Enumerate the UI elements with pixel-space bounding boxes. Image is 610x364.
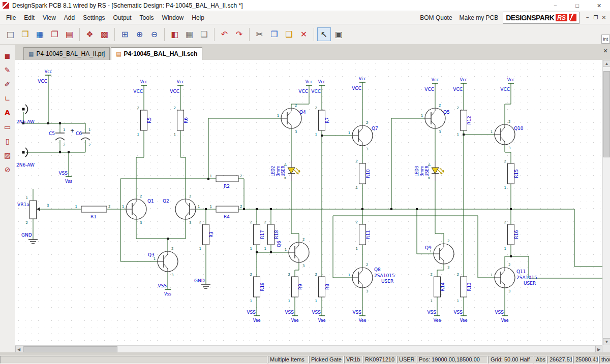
save-button[interactable]: ▦ <box>33 27 47 41</box>
schematic-canvas[interactable]: VccVCCVccVCCVccVCCVccVCCVccVCCVccVCCVccV… <box>15 60 602 345</box>
fill-button[interactable]: ◧ <box>168 27 181 41</box>
power-symbol-vcc[interactable]: VccVCC <box>133 80 147 94</box>
resistor-R10[interactable]: R1021 <box>356 159 371 190</box>
make-my-pcb-link[interactable]: Make my PCB <box>456 14 502 21</box>
power-symbol-vcc[interactable]: VccVCC <box>298 80 313 94</box>
doc-shape-tool[interactable]: ▯ <box>2 135 14 147</box>
add-symbol-button[interactable]: ▩ <box>98 27 111 41</box>
resistor-R2[interactable]: R212 <box>210 174 242 189</box>
horizontal-scroll-thumb[interactable] <box>23 346 117 352</box>
connector-jack[interactable]: 2N6-AW <box>16 148 35 168</box>
maximize-button[interactable]: □ <box>566 0 588 11</box>
mdi-restore-button[interactable]: ❐ <box>592 15 600 20</box>
power-symbol-vcc[interactable]: VccVCC <box>38 70 52 84</box>
library-button[interactable]: ▤ <box>63 27 76 41</box>
redo-button[interactable]: ↷ <box>232 27 246 41</box>
scroll-right-icon[interactable]: ▶ <box>595 346 602 353</box>
power-symbol-vss[interactable]: VSSVee <box>352 309 366 323</box>
power-symbol-vcc[interactable]: VccVCC <box>500 78 514 92</box>
zoom-in-button[interactable]: ⊕ <box>133 27 146 41</box>
power-symbol-vss[interactable]: VSSVee <box>247 309 260 323</box>
menu-tools[interactable]: Tools <box>136 14 158 21</box>
power-symbol-vcc[interactable]: VccVCC <box>453 78 467 92</box>
power-symbol-vcc[interactable]: VccVCC <box>311 80 325 94</box>
ground-symbol[interactable]: GND <box>21 233 38 244</box>
transistor-Q8[interactable]: 123 <box>348 263 373 293</box>
scroll-up-icon[interactable]: ▲ <box>603 60 610 67</box>
resistor-R11[interactable]: R1121 <box>356 220 371 251</box>
resistor-R15[interactable]: R1521 <box>504 159 519 190</box>
resistor-R9[interactable]: R921 <box>288 273 303 303</box>
scroll-left-icon[interactable]: ◀ <box>15 346 22 353</box>
scroll-down-icon[interactable]: ▼ <box>603 338 610 345</box>
resistor-R8[interactable]: R821 <box>315 273 330 303</box>
ground-symbol[interactable]: GND <box>194 278 210 288</box>
menu-help[interactable]: Help <box>188 14 208 21</box>
no-connect-tool[interactable]: ⊘ <box>2 163 14 176</box>
schematic-drawing[interactable]: VccVCCVccVCCVccVCCVccVCCVccVCCVccVCCVccV… <box>15 60 602 345</box>
power-symbol-vcc[interactable]: VccVCC <box>170 80 184 94</box>
menu-view[interactable]: View <box>39 14 60 21</box>
power-symbol-vss[interactable]: VSSVee <box>453 309 467 323</box>
open-button[interactable]: ❒ <box>18 27 32 41</box>
power-symbol-vss[interactable]: VSSVee <box>427 309 441 323</box>
transistor-Q9[interactable]: Q9123 <box>425 239 454 270</box>
resistor-R3[interactable]: R321 <box>199 220 214 251</box>
connector-jack[interactable]: 2N6-AW <box>16 105 35 124</box>
screenshot-button[interactable]: ❏ <box>197 27 211 41</box>
mdi-close-button[interactable]: ✕ <box>600 15 608 20</box>
interaction-bar-partial[interactable]: Int <box>601 35 610 44</box>
transistor-Q3[interactable]: Q3123 <box>148 247 178 277</box>
power-symbol-vcc[interactable]: VccVCC <box>424 78 439 92</box>
power-symbol-vss[interactable]: VSSVee <box>312 309 325 323</box>
bom-quote-link[interactable]: BOM Quote <box>416 14 455 21</box>
tab-close-icon[interactable]: ✕ <box>602 48 608 54</box>
resistor-R17[interactable]: R1721 <box>250 220 265 251</box>
resistor-R12[interactable]: R1221 <box>457 106 472 137</box>
text-tool[interactable]: A <box>2 107 14 119</box>
resistor-R13[interactable]: R1321 <box>457 273 472 303</box>
resistor-R5[interactable]: R521 <box>137 106 152 137</box>
transistor-Q1[interactable]: Q1123 <box>122 194 154 225</box>
connection-tool[interactable]: ∟ <box>2 92 14 105</box>
power-symbol-vss[interactable]: VSSVss <box>158 283 171 296</box>
menu-settings[interactable]: Settings <box>79 14 109 21</box>
paste-button[interactable]: ❑ <box>282 27 296 41</box>
zoom-out-button[interactable]: ⊖ <box>147 27 161 41</box>
resistor-R16[interactable]: R1621 <box>504 220 519 251</box>
mdi-minimize-button[interactable]: − <box>584 15 592 20</box>
wire-tool[interactable]: ✎ <box>2 64 14 76</box>
grid-button[interactable]: ▦ <box>182 27 196 41</box>
led-LED3[interactable]: AKLED33mmUSER <box>415 161 444 181</box>
menu-file[interactable]: File <box>2 14 20 21</box>
resistor-R1[interactable]: R112 <box>75 205 111 219</box>
menu-window[interactable]: Window <box>158 14 188 21</box>
menu-output[interactable]: Output <box>109 14 136 21</box>
add-component-button[interactable]: ❖ <box>83 27 97 41</box>
interaction-button[interactable]: ▣ <box>332 27 346 41</box>
copy-button[interactable]: ❐ <box>267 27 281 41</box>
tab-schematic[interactable]: ▤P4-10045_BAL_HA_II.sch <box>111 47 202 60</box>
shape-fill-tool[interactable]: ▨ <box>2 149 14 161</box>
menu-add[interactable]: Add <box>60 14 79 21</box>
resistor-R7[interactable]: R721 <box>315 106 330 137</box>
vertical-scrollbar[interactable]: ▲ ▼ <box>602 60 610 345</box>
transistor-Q6[interactable]: 123 <box>285 238 309 268</box>
resistor-R6[interactable]: R621 <box>174 106 189 137</box>
minimize-button[interactable]: − <box>544 0 566 11</box>
power-symbol-vss[interactable]: VSSVee <box>495 309 508 323</box>
vertical-scroll-thumb[interactable] <box>603 71 610 157</box>
power-symbol-vss[interactable]: VSSVss <box>58 170 72 184</box>
cut-button[interactable]: ✂ <box>253 27 266 41</box>
power-symbol-vss[interactable]: VSSVee <box>285 309 298 323</box>
led-LED2[interactable]: AKLED23mmUSER <box>271 161 300 181</box>
select-button[interactable]: ↖ <box>317 27 331 41</box>
capacitor-C5[interactable]: C512 <box>49 128 65 147</box>
select-tool[interactable]: ◼ <box>2 50 14 62</box>
power-symbol-vcc[interactable]: VccVCC <box>352 77 366 91</box>
doc-symbol-tool[interactable]: ▭ <box>2 121 14 133</box>
menu-edit[interactable]: Edit <box>20 14 39 21</box>
transistor-Q2[interactable]: Q2123 <box>163 194 200 225</box>
resistor-R14[interactable]: R1421 <box>431 273 445 303</box>
zoom-fit-button[interactable]: ⊞ <box>118 27 132 41</box>
